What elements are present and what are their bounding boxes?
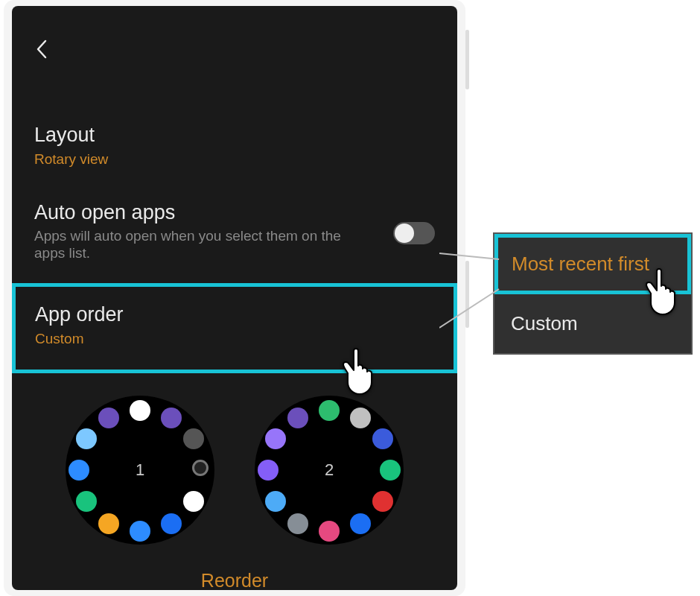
app-icon bbox=[98, 513, 119, 534]
app-icon bbox=[350, 408, 371, 428]
app-icon bbox=[130, 400, 150, 421]
setting-description: Apps will auto open when you select them… bbox=[34, 227, 354, 263]
watch-face-previews: 1 2 bbox=[12, 373, 457, 552]
app-icon bbox=[265, 428, 286, 449]
setting-auto-open[interactable]: Auto open apps Apps will auto open when … bbox=[12, 184, 457, 283]
app-icon bbox=[183, 491, 204, 512]
reorder-button[interactable]: Reorder bbox=[12, 552, 457, 590]
setting-title: App order bbox=[35, 302, 434, 328]
app-icon bbox=[130, 521, 150, 542]
app-icon bbox=[69, 460, 89, 481]
app-icon bbox=[350, 513, 371, 534]
phone-side-button bbox=[465, 30, 469, 89]
watch-face-2[interactable]: 2 bbox=[255, 396, 404, 545]
watch-face-1[interactable]: 1 bbox=[66, 396, 214, 545]
app-icon bbox=[98, 408, 119, 428]
app-icon bbox=[372, 491, 393, 512]
setting-title: Layout bbox=[34, 123, 435, 148]
app-icon bbox=[258, 460, 279, 481]
toggle-knob bbox=[395, 224, 414, 243]
app-order-popup: Most recent first Custom bbox=[493, 232, 693, 355]
setting-value: Rotary view bbox=[34, 151, 435, 168]
watch-page-number: 1 bbox=[136, 460, 144, 480]
settings-screen: Layout Rotary view Auto open apps Apps w… bbox=[12, 6, 457, 590]
setting-title: Auto open apps bbox=[34, 200, 435, 226]
app-icon bbox=[380, 460, 401, 481]
app-icon bbox=[76, 428, 97, 449]
setting-app-order[interactable]: App order Custom bbox=[12, 283, 457, 373]
setting-layout[interactable]: Layout Rotary view bbox=[12, 107, 457, 184]
app-icon bbox=[76, 491, 97, 512]
option-most-recent-first[interactable]: Most recent first bbox=[494, 234, 691, 294]
app-icon bbox=[161, 408, 182, 428]
app-icon bbox=[287, 408, 308, 428]
app-icon bbox=[192, 460, 209, 476]
auto-open-toggle[interactable] bbox=[393, 222, 435, 244]
app-icon bbox=[319, 400, 340, 421]
app-icon bbox=[319, 521, 340, 542]
app-icon bbox=[372, 428, 393, 449]
setting-value: Custom bbox=[35, 331, 434, 347]
app-icon bbox=[287, 513, 308, 534]
phone-side-button bbox=[465, 261, 469, 328]
back-button[interactable] bbox=[36, 39, 48, 59]
app-icon bbox=[265, 491, 286, 512]
app-icon bbox=[161, 513, 182, 534]
app-icon bbox=[183, 428, 204, 449]
settings-list: Layout Rotary view Auto open apps Apps w… bbox=[12, 107, 457, 590]
phone-frame: Layout Rotary view Auto open apps Apps w… bbox=[4, 0, 465, 596]
option-custom[interactable]: Custom bbox=[494, 294, 691, 353]
watch-page-number: 2 bbox=[325, 460, 334, 480]
